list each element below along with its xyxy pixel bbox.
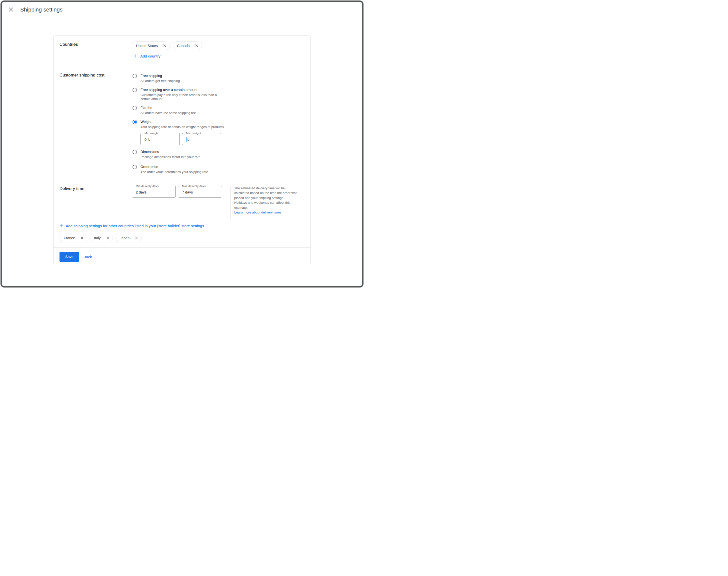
- text-cursor: [186, 137, 186, 142]
- option-label: Dimensions: [141, 149, 201, 154]
- dialog-shipping-settings: Shipping settings Countries United State…: [2, 2, 362, 286]
- countries-label: Countries: [59, 42, 78, 47]
- add-other-countries-label: Add shipping settings for other countrie…: [66, 224, 204, 228]
- delivery-time-note: The estimated delivery time will be calc…: [230, 186, 297, 219]
- plus-icon: [134, 54, 138, 58]
- settings-card: Countries United States Canada: [53, 35, 311, 265]
- chip-label: United States: [136, 44, 158, 48]
- option-free-over-amount: Free shipping over a certain amount Cust…: [133, 87, 302, 101]
- chip-italy[interactable]: Italy: [90, 234, 113, 242]
- countries-chip-row: United States Canada: [132, 41, 202, 50]
- max-weight-text: lb: [187, 138, 190, 142]
- max-delivery-days-field[interactable]: Max delivery days 7 days: [178, 186, 222, 198]
- chip-remove-icon[interactable]: [135, 236, 138, 239]
- chip-remove-icon[interactable]: [163, 44, 166, 47]
- weight-range-fields: Min weight 0 lb Max weight lb: [141, 133, 221, 145]
- shipping-cost-options: Free shipping All orders get free shippi…: [133, 73, 302, 133]
- chip-japan[interactable]: Japan: [116, 234, 142, 242]
- chip-remove-icon[interactable]: [81, 236, 84, 239]
- section-delivery-time: Delivery time Min delivery days 2 days M…: [54, 179, 311, 219]
- field-label: Min weight: [143, 132, 160, 135]
- option-label: Free shipping over a certain amount: [141, 87, 219, 92]
- option-desc: Package dimensions factor into your rate: [141, 155, 201, 159]
- add-country-button[interactable]: Add country: [134, 53, 161, 59]
- option-label: Order price: [141, 164, 208, 169]
- option-weight: Weight Your shipping rate depends on wei…: [133, 119, 302, 129]
- option-flat-fee: Flat fee All orders have the same shippi…: [133, 105, 302, 115]
- add-country-label: Add country: [140, 54, 161, 58]
- min-weight-value: 0 lb: [145, 137, 150, 142]
- delivery-days-fields: Min delivery days 2 days Max delivery da…: [132, 186, 222, 198]
- section-other-countries: Add shipping settings for other countrie…: [54, 219, 311, 248]
- radio-weight[interactable]: [133, 120, 137, 124]
- plus-icon: [59, 224, 63, 228]
- option-order-price: Order price The order value determines y…: [133, 164, 302, 174]
- field-label: Min delivery days: [135, 184, 160, 188]
- radio-free-shipping[interactable]: [133, 74, 137, 78]
- radio-flat-fee[interactable]: [133, 106, 137, 110]
- option-desc: All orders have the same shipping fee: [141, 111, 196, 115]
- chip-label: Japan: [120, 236, 130, 240]
- option-label: Weight: [141, 119, 224, 124]
- max-weight-value: lb: [186, 137, 190, 142]
- option-desc: The order value determines your shipping…: [141, 170, 208, 174]
- option-desc: Customers pay a fee only if their order …: [141, 93, 219, 101]
- delivery-time-label: Delivery time: [59, 186, 85, 191]
- shipping-cost-options-2: Dimensions Package dimensions factor int…: [133, 149, 302, 178]
- option-label: Free shipping: [141, 73, 180, 78]
- chip-france[interactable]: France: [59, 234, 87, 242]
- max-delivery-days-value: 7 days: [182, 190, 193, 195]
- page-title: Shipping settings: [20, 6, 62, 13]
- chip-united-states[interactable]: United States: [132, 41, 170, 50]
- back-button[interactable]: Back: [84, 252, 92, 262]
- chip-remove-icon[interactable]: [195, 44, 198, 47]
- max-weight-field[interactable]: Max weight lb: [182, 133, 221, 145]
- section-countries: Countries United States Canada: [54, 36, 311, 66]
- delivery-note-text: The estimated delivery time will be calc…: [234, 186, 297, 210]
- chip-label: France: [64, 236, 75, 240]
- section-footer: Save Back: [54, 248, 311, 265]
- option-label: Flat fee: [141, 105, 196, 110]
- field-label: Max weight: [185, 132, 203, 135]
- radio-dimensions[interactable]: [133, 150, 137, 154]
- min-weight-field[interactable]: Min weight 0 lb: [141, 133, 180, 145]
- close-icon[interactable]: [7, 5, 15, 13]
- option-desc: All orders get free shipping: [141, 79, 180, 83]
- chip-remove-icon[interactable]: [106, 236, 109, 239]
- radio-order-price[interactable]: [133, 165, 137, 169]
- chip-canada[interactable]: Canada: [173, 41, 202, 50]
- field-label: Max delivery days: [181, 184, 207, 188]
- option-free-shipping: Free shipping All orders get free shippi…: [133, 73, 302, 83]
- save-button[interactable]: Save: [59, 252, 79, 262]
- add-other-countries-button[interactable]: Add shipping settings for other countrie…: [59, 223, 204, 229]
- option-dimensions: Dimensions Package dimensions factor int…: [133, 149, 302, 159]
- other-countries-chip-row: France Italy Japan: [59, 234, 142, 242]
- shipping-cost-label: Customer shipping cost: [59, 73, 105, 78]
- chip-label: Italy: [94, 236, 101, 240]
- dialog-header: Shipping settings: [2, 2, 362, 17]
- min-delivery-days-value: 2 days: [136, 190, 146, 195]
- option-desc: Your shipping rate depends on weight ran…: [141, 125, 224, 129]
- min-delivery-days-field[interactable]: Min delivery days 2 days: [132, 186, 176, 198]
- learn-more-link[interactable]: Learn more about delivery times: [234, 210, 282, 214]
- radio-free-over-amount[interactable]: [133, 88, 137, 92]
- section-shipping-cost: Customer shipping cost Free shipping All…: [54, 66, 311, 179]
- chip-label: Canada: [177, 44, 190, 48]
